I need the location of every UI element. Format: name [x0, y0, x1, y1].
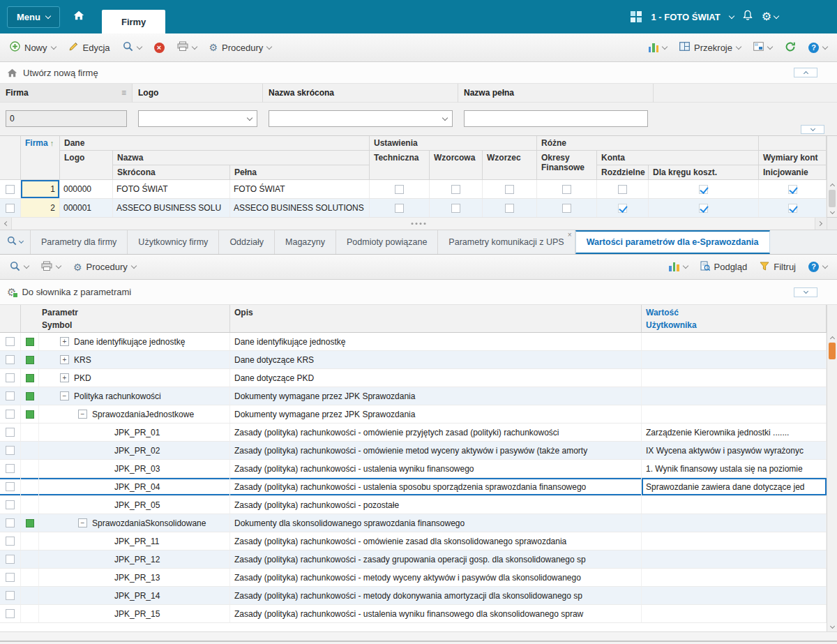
row-select-checkbox[interactable]	[6, 355, 15, 364]
chart-button[interactable]	[663, 257, 693, 276]
new-button[interactable]: Nowy	[4, 38, 61, 57]
close-icon[interactable]: ×	[568, 232, 572, 239]
column-header-rozdzielne[interactable]: Rozdzielne	[597, 165, 649, 180]
expand-filter-button[interactable]	[801, 125, 824, 134]
scroll-down-arrow[interactable]	[827, 622, 837, 631]
collapse-filter-button[interactable]	[794, 68, 817, 77]
group-header-nazwa[interactable]: Nazwa	[113, 151, 370, 165]
group-header-ustawienia[interactable]: Ustawienia	[370, 136, 537, 151]
row-select-checkbox[interactable]	[6, 573, 15, 582]
scroll-up-arrow[interactable]	[827, 180, 837, 189]
company-id-cell[interactable]: 2	[21, 199, 59, 217]
param-row[interactable]: JPK_PR_02 Zasady (polityka) rachunkowośc…	[0, 442, 827, 460]
column-header-pelna[interactable]: Pełna	[230, 165, 370, 180]
search-button[interactable]	[4, 257, 34, 276]
row-select-checkbox[interactable]	[6, 464, 15, 473]
help-button[interactable]: ?	[803, 257, 833, 276]
techniczna-checkbox[interactable]	[395, 204, 404, 213]
row-select-checkbox[interactable]	[6, 609, 15, 618]
param-row[interactable]: JPK_PR_03 Zasady (polityka) rachunkowośc…	[0, 460, 827, 478]
group-header-dane[interactable]: Dane	[60, 136, 370, 151]
nazwa-pelna-filter-input[interactable]	[464, 110, 648, 127]
wzorcowa-checkbox[interactable]	[451, 204, 460, 213]
inicjowanie-checkbox[interactable]	[788, 185, 797, 194]
column-header-opis[interactable]: Opis	[230, 305, 642, 332]
tab-uzytkownicy-firmy[interactable]: Użytkownicy firmy	[128, 230, 219, 254]
search-button[interactable]	[117, 38, 147, 57]
row-select-checkbox[interactable]	[6, 500, 15, 509]
expand-icon[interactable]: +	[60, 337, 69, 346]
param-row[interactable]: JPK_PR_15 Zasady (polityka) rachunkowośc…	[0, 605, 827, 623]
column-header-okresy-finansowe[interactable]: Okresy Finansowe	[537, 151, 597, 180]
column-header-wzorcowa[interactable]: Wzorcowa	[430, 151, 483, 180]
wzorzec-checkbox[interactable]	[505, 204, 514, 213]
konta-rozdzielne-checkbox[interactable]	[618, 185, 627, 194]
tab-podmioty-powiazane[interactable]: Podmioty powiązane	[336, 230, 438, 254]
wzorcowa-checkbox[interactable]	[451, 185, 460, 194]
print-button[interactable]	[172, 38, 202, 57]
expand-icon[interactable]: +	[60, 373, 69, 382]
group-header-wymiary-kont[interactable]: Wymiary kont	[759, 151, 827, 165]
home-button[interactable]	[66, 6, 92, 28]
row-select-checkbox[interactable]	[6, 555, 15, 564]
logo-filter-select[interactable]	[138, 110, 257, 127]
row-select-checkbox[interactable]	[6, 373, 15, 382]
edit-button[interactable]: Edycja	[63, 38, 116, 57]
procedures-button[interactable]: ⚙ Procedury	[204, 38, 278, 57]
params-grid-vertical-scrollbar[interactable]	[827, 305, 837, 631]
print-button[interactable]	[36, 257, 66, 276]
scroll-down-arrow[interactable]	[827, 208, 837, 217]
collapse-icon[interactable]: −	[78, 518, 87, 527]
preview-button[interactable]: Podgląd	[695, 257, 753, 276]
dla-kregu-koszt-checkbox[interactable]	[699, 185, 708, 194]
row-select-checkbox[interactable]	[6, 410, 15, 419]
column-header-dla-kregu-koszt[interactable]: Dla kręgu koszt.	[649, 165, 759, 180]
param-row[interactable]: JPK_PR_13 Zasady (polityka) rachunkowośc…	[0, 569, 827, 587]
firma-filter-input[interactable]	[6, 110, 127, 127]
column-header-inicjowanie[interactable]: Inicjowanie	[759, 165, 827, 180]
tab-oddzialy[interactable]: Oddziały	[219, 230, 275, 254]
tab-firmy[interactable]: Firmy	[102, 10, 165, 33]
scroll-up-arrow[interactable]	[827, 333, 837, 342]
row-select-checkbox[interactable]	[6, 482, 15, 491]
filter-menu-icon[interactable]: ≡	[121, 88, 126, 98]
focused-value-cell[interactable]: Sprawozdanie zawiera dane dotyczące jed	[642, 478, 827, 495]
column-header-techniczna[interactable]: Techniczna	[370, 151, 430, 180]
menu-button[interactable]: Menu	[7, 6, 60, 28]
filter-button[interactable]: Filtruj	[754, 257, 801, 276]
horizontal-scrollbar[interactable]	[0, 218, 837, 230]
param-row[interactable]: +PKD Dane dotyczące PKD	[0, 369, 827, 387]
param-row[interactable]: +Dane identyfikujące jednostkę Dane iden…	[0, 333, 827, 351]
scroll-left-arrow[interactable]	[0, 218, 12, 230]
views-button[interactable]: Przekroje	[674, 38, 746, 57]
apps-grid-icon[interactable]	[631, 11, 642, 22]
expand-icon[interactable]: +	[60, 355, 69, 364]
collapse-params-filter-button[interactable]	[794, 287, 817, 297]
company-id-cell[interactable]: 1	[21, 180, 59, 198]
collapse-icon[interactable]: −	[78, 410, 87, 419]
dla-kregu-koszt-checkbox[interactable]	[699, 204, 708, 213]
scroll-right-arrow[interactable]	[815, 218, 827, 230]
grid-settings-button[interactable]	[748, 38, 778, 57]
company-full-name-cell[interactable]: ASSECO BUSINESS SOLUTIONS	[230, 199, 370, 217]
param-row[interactable]: JPK_PR_12 Zasady (polityka) rachunkowośc…	[0, 551, 827, 569]
okresy-finansowe-checkbox[interactable]	[562, 185, 571, 194]
column-header-skrocona[interactable]: Skrócona	[113, 165, 230, 180]
column-header-logo[interactable]: Logo	[60, 151, 113, 180]
param-row[interactable]: JPK_PR_05 Zasady (polityka) rachunkowośc…	[0, 496, 827, 514]
scrollbar-thumb[interactable]	[829, 190, 836, 207]
company-selector-chevron-icon[interactable]	[728, 13, 734, 18]
param-row[interactable]: −Polityka rachunkowości Dokumenty wymaga…	[0, 387, 827, 405]
company-full-name-cell[interactable]: FOTO ŚWIAT	[230, 180, 370, 198]
konta-rozdzielne-checkbox[interactable]	[618, 204, 627, 213]
company-short-name-cell[interactable]: FOTO ŚWIAT	[113, 180, 230, 198]
column-header-wartosc-uzytkownika[interactable]: Wartość Użytkownika	[642, 305, 827, 332]
row-select-checkbox[interactable]	[6, 204, 15, 213]
bottom-scroll-area[interactable]	[0, 631, 837, 644]
collapse-icon[interactable]: −	[60, 391, 69, 400]
group-header-konta[interactable]: Konta	[597, 151, 759, 165]
company-logo-cell[interactable]: 000001	[60, 199, 113, 217]
row-select-checkbox[interactable]	[6, 537, 15, 546]
param-row-selected[interactable]: JPK_PR_04 Zasady (polityka) rachunkowośc…	[0, 478, 827, 496]
row-select-checkbox[interactable]	[6, 446, 15, 455]
